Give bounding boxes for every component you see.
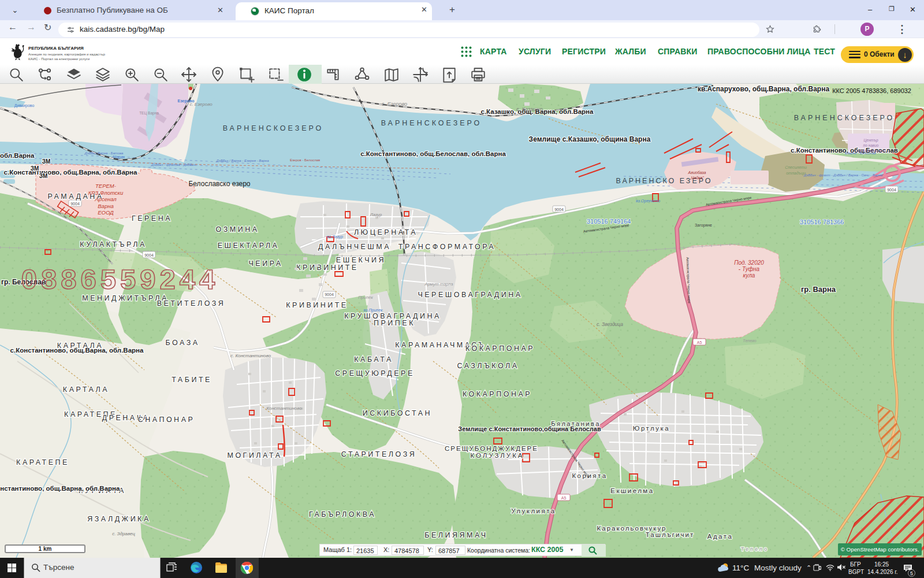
svg-text:ЕШЕКТАРЛА: ЕШЕКТАРЛА <box>218 242 280 250</box>
svg-text:Ташлъгичит: Ташлъгичит <box>646 531 694 538</box>
svg-text:Под. 32020: Под. 32020 <box>734 260 764 266</box>
svg-text:ГАБЪРЛОКВА: ГАБЪРЛОКВА <box>309 510 376 518</box>
svg-text:с. Звездица: с. Звездица <box>597 321 623 327</box>
svg-text:яз Лазур: яз Лазур <box>326 235 343 239</box>
svg-text:ДзВБьч - фрахова - ДзВБьч: ДзВБьч - фрахова - ДзВБьч <box>151 163 196 166</box>
svg-text:ЗМ: ЗМ <box>42 158 51 165</box>
svg-text:ВЕТИТЕЛОЗЯ: ВЕТИТЕЛОЗЯ <box>157 299 226 307</box>
svg-text:ЗМ: ЗМ <box>31 165 39 172</box>
svg-text:ТАБИТЕ: ТАБИТЕ <box>172 376 212 384</box>
svg-text:ОЗМИНА: ОЗМИНА <box>215 225 259 234</box>
svg-text:яз.Припек: яз.Припек <box>363 308 383 313</box>
svg-text:- Туфна: - Туфна <box>739 266 760 272</box>
svg-text:ДзВБьч - фрахт - ДзВБьч / Варн: ДзВБьч - фрахт - ДзВБьч / Варна - Овчи -… <box>803 173 883 177</box>
svg-text:СРЕЩУЮРДЕРЕ: СРЕЩУЮРДЕРЕ <box>335 369 414 377</box>
svg-text:кв.Аспарухово, общ.Варна, обл.: кв.Аспарухово, общ.Варна, обл.Варна <box>698 85 830 93</box>
svg-text:с. Казашко: с. Казашко <box>516 106 542 112</box>
svg-text:Константиново: Константиново <box>266 406 302 411</box>
svg-text:ЧЕИРА: ЧЕИРА <box>249 260 283 268</box>
svg-text:ЕООД: ЕООД <box>98 209 114 216</box>
svg-text:кула: кула <box>743 272 755 279</box>
svg-text:КАРАТЕПЕ: КАРАТЕПЕ <box>16 458 69 466</box>
svg-text:гр. Варна: гр. Варна <box>801 285 836 294</box>
svg-text:СТАРИТЕЛОЗЯ: СТАРИТЕЛОЗЯ <box>341 450 416 458</box>
svg-text:9004: 9004 <box>325 292 334 297</box>
svg-text:ВАРНЕНСКОЕЗЕРО: ВАРНЕНСКОЕЗЕРО <box>381 119 482 127</box>
svg-text:Белославско езеро: Белославско езеро <box>188 180 250 188</box>
svg-text:А5: А5 <box>697 340 702 344</box>
svg-text:с. Езерово: с. Езерово <box>382 101 407 107</box>
svg-text:ТЕРЕМ-: ТЕРЕМ- <box>95 183 116 189</box>
svg-text:ТРАНСФОРМАТОРА: ТРАНСФОРМАТОРА <box>398 243 495 251</box>
svg-text:Землище с.Казашко, община Варн: Землище с.Казашко, община Варна <box>529 135 651 143</box>
svg-text:0886559244: 0886559244 <box>21 264 219 295</box>
svg-text:с. Езерово: с. Езерово <box>189 102 213 107</box>
svg-text:Спесилети: Спесилети <box>785 165 807 169</box>
svg-text:ИСКИБОСТАН: ИСКИБОСТАН <box>363 409 432 417</box>
svg-text:А5: А5 <box>561 496 567 500</box>
svg-text:с.Константиново, общ.Варна, об: с.Константиново, общ.Варна, обл.Варна <box>4 169 137 176</box>
svg-text:КОКАРПОНАР: КОКАРПОНАР <box>463 390 532 398</box>
svg-text:отпадъци: отпадъци <box>786 171 806 176</box>
svg-text:и технологично: и технологично <box>856 149 885 153</box>
svg-text:„Чайка": „Чайка" <box>690 176 704 180</box>
svg-text:ЛЮЦЕРНАТА: ЛЮЦЕРНАТА <box>354 228 418 236</box>
svg-text:по навио: по навио <box>863 143 879 147</box>
svg-text:с.Константиново, общ.Белослав,: с.Константиново, общ.Белослав, обл.Варна <box>360 150 506 157</box>
svg-text:КРИВИНИТЕ: КРИВИНИТЕ <box>286 301 348 309</box>
svg-text:Тепело: Тепело <box>743 339 756 343</box>
svg-text:Армут тарла: Армут тарла <box>424 281 453 287</box>
svg-text:ВАРНЕНСКОЕЗЕРО: ВАРНЕНСКОЕЗЕРО <box>223 124 324 132</box>
svg-text:ТЕЦ Варна: ТЕЦ Варна <box>139 111 159 116</box>
svg-text:САЗЛЪКОЛА: САЗЛЪКОЛА <box>457 362 519 370</box>
svg-text:КРИВИНИТЕ: КРИВИНИТЕ <box>296 264 358 272</box>
svg-text:ЗМ: ЗМ <box>39 173 48 179</box>
svg-text:Варна: Варна <box>98 203 113 209</box>
svg-text:Езеров - Белослав: Езеров - Белослав <box>290 158 320 162</box>
svg-text:Припек: Припек <box>358 295 373 300</box>
svg-text:МЕНИДЖИТЪРЛА: МЕНИДЖИТЪРЛА <box>82 294 168 302</box>
svg-text:БОАЗА: БОАЗА <box>165 339 199 347</box>
svg-text:СРЕЩУБОНДЖУКДЕРЕ: СРЕЩУБОНДЖУКДЕРЕ <box>445 445 538 452</box>
svg-text:Авиобаза: Авиобаза <box>688 171 706 175</box>
svg-text:с.Константиново, общ.Варна, об: с.Константиново, общ.Варна, обл.Варна <box>0 485 120 492</box>
svg-text:Улуклията: Улуклията <box>511 507 556 514</box>
svg-text:9004: 9004 <box>70 202 80 206</box>
svg-text:МОГИЛАТА: МОГИЛАТА <box>227 451 282 460</box>
svg-text:КУЛАКТЪРЛА: КУЛАКТЪРЛА <box>80 240 146 249</box>
svg-text:Дивкирово: Дивкирово <box>14 103 35 108</box>
svg-text:ПРИПЕК: ПРИПЕК <box>374 319 415 327</box>
svg-text:ЕШЕКЧИЯ: ЕШЕКЧИЯ <box>336 256 386 264</box>
svg-text:9004: 9004 <box>554 208 564 212</box>
svg-text:Морин: Морин <box>113 155 125 160</box>
svg-text:Център: Център <box>863 138 878 143</box>
svg-text:КОКАРПОНАР: КОКАРПОНАР <box>465 344 535 353</box>
svg-text:ЯЗАЛДЖИКА: ЯЗАЛДЖИКА <box>87 515 151 523</box>
svg-text:Екшиелма: Екшиелма <box>610 487 654 494</box>
svg-text:КАРТАЛА: КАРТАЛА <box>63 386 109 394</box>
svg-text:Арсенал: Арсенал <box>94 196 117 202</box>
svg-text:КОЛУЗЛУКА: КОЛУЗЛУКА <box>470 452 524 459</box>
svg-text:яз.Орехчето: яз.Орехчето <box>635 199 660 203</box>
svg-text:СНАПОНАР: СНАПОНАР <box>138 416 195 424</box>
svg-text:ВАРНЕНСКОЕЗЕРО: ВАРНЕНСКОЕЗЕРО <box>794 114 895 122</box>
svg-text:КАБАТА: КАБАТА <box>354 355 393 364</box>
svg-text:9004: 9004 <box>144 253 154 257</box>
svg-text:Загоряне: Загоряне <box>695 223 712 228</box>
svg-text:9004: 9004 <box>887 188 896 192</box>
svg-text:Тепело: Тепело <box>741 546 769 552</box>
svg-text:БЕЛИЯЯМАЧ: БЕЛИЯЯМАЧ <box>424 531 487 539</box>
svg-text:Землище с.Константиново,община: Землище с.Константиново,община Белослав <box>458 425 601 432</box>
svg-text:обл.Варна: обл.Варна <box>0 152 35 159</box>
svg-text:с. Здравец: с. Здравец <box>112 531 135 536</box>
svg-text:ГЕРЕНА: ГЕРЕНА <box>132 214 172 223</box>
svg-text:ЧЕРЕШОВАГРАДИНА: ЧЕРЕШОВАГРАДИНА <box>418 291 522 299</box>
svg-text:310516 781366: 310516 781366 <box>800 218 844 225</box>
svg-text:ДАЛЪНЧЕШМА: ДАЛЪНЧЕШМА <box>318 243 391 251</box>
svg-text:ККС 2005 4783836, 689032: ККС 2005 4783836, 689032 <box>832 87 911 94</box>
svg-text:Лазур: Лазур <box>370 212 382 217</box>
svg-text:с.Константиново, общ.Варна, об: с.Константиново, общ.Варна, обл.Варна <box>10 347 144 354</box>
svg-text:ДзВБьч / Варна - Езерня - Варн: ДзВБьч / Варна - Езерня - Варна <box>216 159 270 162</box>
svg-text:Юртлука: Юртлука <box>633 425 670 432</box>
svg-text:Адата: Адата <box>707 533 733 540</box>
